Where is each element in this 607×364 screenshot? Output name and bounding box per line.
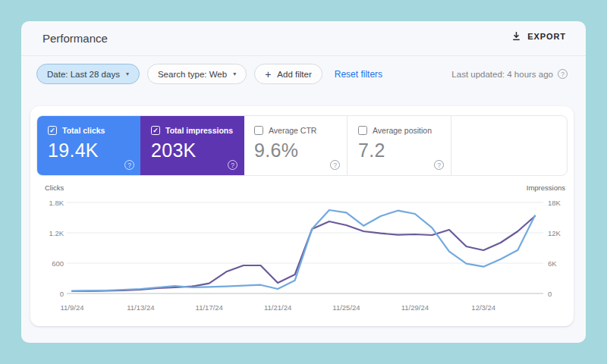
reset-filters-link[interactable]: Reset filters [335, 69, 382, 80]
date-filter-label: Date: Last 28 days [47, 70, 120, 79]
export-label: EXPORT [527, 32, 566, 41]
help-icon[interactable]: ? [330, 160, 340, 170]
metric-value: 203K [151, 140, 197, 162]
svg-text:1.8K: 1.8K [49, 199, 64, 207]
svg-text:11/21/24: 11/21/24 [264, 303, 291, 312]
card-label-row: ✓ Total impressions [151, 126, 233, 135]
help-icon[interactable]: ? [434, 160, 444, 170]
filter-bar: Date: Last 28 days ▾ Search type: Web ▾ … [36, 64, 568, 84]
help-icon[interactable]: ? [228, 160, 237, 170]
metric-value: 9.6% [254, 140, 298, 162]
metric-value: 7.2 [358, 140, 385, 162]
svg-text:11/17/24: 11/17/24 [196, 303, 223, 312]
app-window: Performance EXPORT Date: Last 28 days ▾ … [21, 21, 586, 343]
performance-chart-svg[interactable]: 1.8K18K1.2K12K6006K0011/9/2411/13/2411/1… [30, 182, 574, 326]
metric-label: Total clicks [62, 126, 105, 135]
card-label-row: Average CTR [254, 126, 316, 135]
chevron-down-icon: ▾ [233, 71, 236, 77]
svg-text:0: 0 [548, 290, 552, 298]
performance-chart: Clicks Impressions 1.8K18K1.2K12K6006K00… [30, 182, 574, 326]
svg-text:11/9/24: 11/9/24 [61, 303, 84, 312]
checkbox-checked-icon[interactable]: ✓ [48, 126, 57, 135]
svg-text:11/13/24: 11/13/24 [127, 303, 154, 312]
card-label-row: ✓ Total clicks [48, 126, 105, 135]
checkbox-unchecked-icon[interactable] [254, 126, 263, 135]
last-updated-status: Last updated: 4 hours ago ? [451, 69, 568, 79]
page-header: Performance EXPORT [21, 21, 586, 56]
chevron-down-icon: ▾ [126, 71, 129, 77]
plus-icon: + [265, 68, 271, 80]
download-icon [511, 31, 521, 41]
performance-panel: ✓ Total clicks 19.4K ? ✓ Total impressio… [30, 106, 574, 326]
add-filter-button[interactable]: + Add filter [254, 64, 322, 84]
card-label-row: Average position [358, 126, 432, 135]
svg-text:6K: 6K [548, 259, 557, 268]
svg-text:12/3/24: 12/3/24 [471, 303, 495, 312]
search-type-label: Search type: Web [158, 70, 227, 79]
export-button[interactable]: EXPORT [511, 31, 566, 41]
svg-text:11/25/24: 11/25/24 [332, 303, 360, 312]
metric-label: Average position [373, 126, 432, 135]
metric-cards-strip: ✓ Total clicks 19.4K ? ✓ Total impressio… [36, 115, 568, 176]
metric-label: Total impressions [165, 126, 233, 135]
metric-card-total-clicks[interactable]: ✓ Total clicks 19.4K ? [37, 116, 141, 175]
metric-card-total-impressions[interactable]: ✓ Total impressions 203K ? [140, 116, 244, 175]
metric-card-average-ctr[interactable]: Average CTR 9.6% ? [244, 116, 348, 175]
metric-cards-filler [451, 116, 567, 175]
add-filter-label: Add filter [277, 70, 311, 79]
metric-value: 19.4K [48, 140, 99, 162]
search-type-chip[interactable]: Search type: Web ▾ [147, 64, 247, 84]
page-title: Performance [42, 32, 108, 45]
checkbox-checked-icon[interactable]: ✓ [151, 126, 160, 135]
svg-text:1.2K: 1.2K [49, 229, 64, 237]
metric-label: Average CTR [269, 126, 316, 135]
checkbox-unchecked-icon[interactable] [358, 126, 367, 135]
help-icon[interactable]: ? [124, 160, 134, 170]
last-updated-text: Last updated: 4 hours ago [451, 70, 553, 79]
metric-card-average-position[interactable]: Average position 7.2 ? [348, 116, 451, 175]
svg-text:12K: 12K [548, 229, 561, 237]
svg-text:0: 0 [60, 290, 64, 298]
svg-text:600: 600 [52, 259, 64, 268]
svg-text:18K: 18K [548, 199, 561, 207]
date-filter-chip[interactable]: Date: Last 28 days ▾ [36, 64, 140, 84]
help-icon[interactable]: ? [558, 69, 568, 79]
svg-text:11/29/24: 11/29/24 [401, 303, 429, 312]
